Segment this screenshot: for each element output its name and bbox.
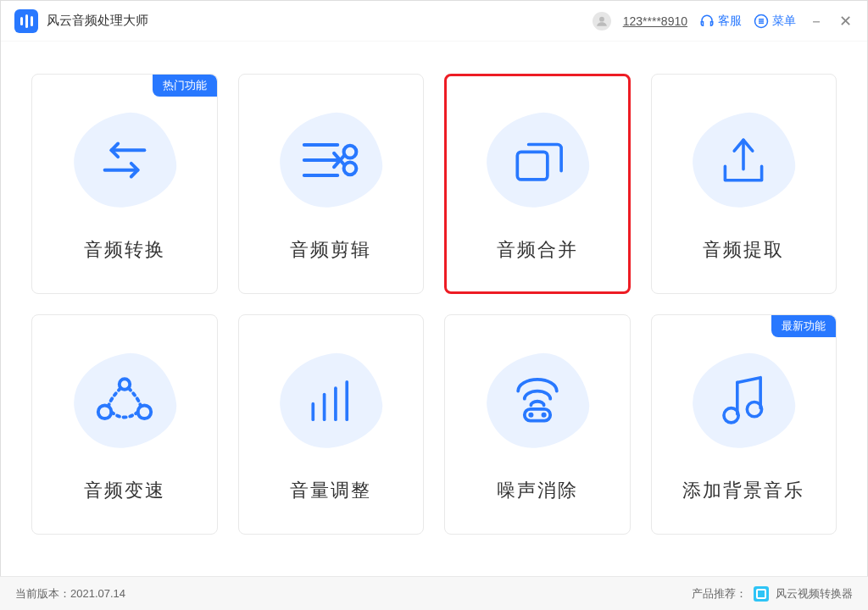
feature-card-cut[interactable]: 音频剪辑 (238, 74, 425, 294)
feature-card-volume[interactable]: 音量调整 (238, 314, 425, 535)
recommend-product[interactable]: 风云视频转换器 (776, 586, 853, 602)
svg-rect-12 (517, 152, 548, 180)
feature-card-label: 音频变速 (84, 478, 165, 503)
merge-icon (482, 105, 593, 215)
svg-point-15 (98, 405, 112, 419)
badge-new: 最新功能 (771, 315, 836, 337)
speed-icon (70, 346, 180, 456)
menu-label: 菜单 (772, 14, 796, 29)
recommend-prefix: 产品推荐： (692, 586, 747, 602)
close-button[interactable]: ✕ (837, 12, 854, 30)
badge-hot: 热门功能 (153, 75, 217, 97)
headset-icon (699, 14, 715, 29)
feature-card-label: 添加背景音乐 (682, 478, 804, 503)
feature-card-label: 音频剪辑 (290, 237, 371, 263)
feature-card-merge[interactable]: 音频合并 (444, 74, 631, 294)
titlebar-right: 123****8910 客服 菜单 － ✕ (593, 11, 854, 31)
svg-point-0 (599, 16, 604, 21)
titlebar: 风云音频处理大师 123****8910 客服 菜单 － ✕ (1, 1, 867, 42)
version-prefix: 当前版本： (15, 586, 70, 602)
version-value: 2021.07.14 (70, 587, 125, 600)
cut-icon (275, 105, 386, 215)
user-id-link[interactable]: 123****8910 (623, 14, 687, 28)
denoise-icon (482, 346, 593, 456)
bgmusic-icon (688, 346, 798, 456)
support-label: 客服 (718, 14, 742, 29)
feature-card-extract[interactable]: 音频提取 (651, 74, 837, 294)
menu-button[interactable]: 菜单 (754, 14, 796, 29)
support-button[interactable]: 客服 (699, 14, 742, 29)
minimize-button[interactable]: － (808, 11, 825, 31)
recommend-logo-icon (754, 586, 769, 602)
feature-card-denoise[interactable]: 噪声消除 (444, 314, 631, 535)
convert-icon (70, 105, 180, 215)
feature-card-label: 音频提取 (703, 237, 784, 263)
svg-point-23 (541, 413, 546, 418)
svg-point-26 (748, 402, 762, 416)
svg-point-16 (137, 405, 151, 419)
feature-card-label: 噪声消除 (497, 478, 578, 503)
user-avatar-icon[interactable] (593, 12, 611, 30)
feature-card-label: 音量调整 (290, 478, 371, 503)
feature-card-bgmusic[interactable]: 最新功能添加背景音乐 (651, 314, 837, 535)
svg-point-22 (528, 413, 533, 418)
footer: 当前版本： 2021.07.14 产品推荐： 风云视频转换器 (0, 576, 868, 610)
feature-card-label: 音频转换 (84, 237, 165, 263)
feature-grid: 热门功能音频转换音频剪辑音频合并音频提取音频变速音量调整噪声消除最新功能添加背景… (1, 42, 867, 535)
feature-card-label: 音频合并 (497, 237, 578, 263)
volume-icon (275, 346, 386, 456)
menu-list-icon (754, 14, 769, 29)
app-title: 风云音频处理大师 (47, 13, 148, 29)
app-logo-icon (14, 9, 38, 33)
extract-icon (688, 105, 798, 215)
svg-point-25 (724, 408, 738, 423)
feature-card-convert[interactable]: 热门功能音频转换 (31, 74, 218, 294)
feature-card-speed[interactable]: 音频变速 (31, 314, 218, 535)
svg-rect-21 (525, 409, 550, 421)
